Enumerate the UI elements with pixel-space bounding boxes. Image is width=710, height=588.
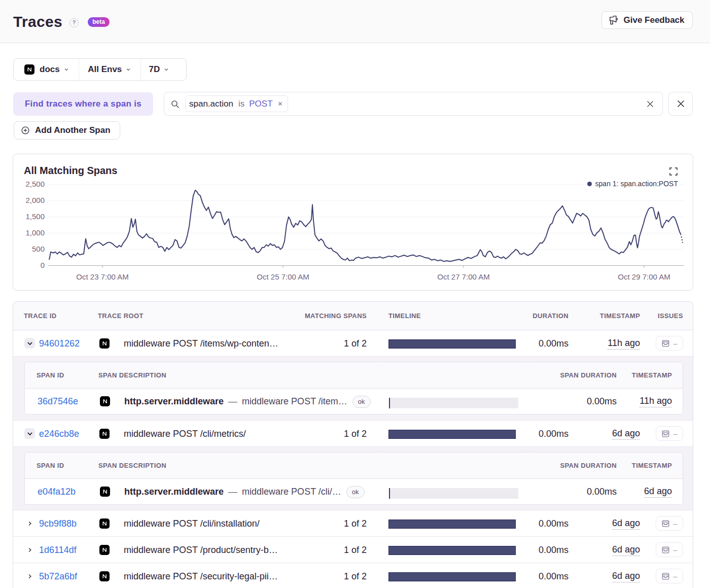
svg-text:Oct 23 7:00 AM: Oct 23 7:00 AM	[76, 272, 128, 281]
svg-text:2,000: 2,000	[25, 196, 45, 204]
svg-text:2,500: 2,500	[25, 180, 45, 188]
svg-text:1,000: 1,000	[25, 228, 45, 237]
svg-text:0: 0	[41, 261, 45, 269]
svg-text:Oct 29 7:00 AM: Oct 29 7:00 AM	[618, 272, 670, 281]
svg-text:500: 500	[32, 245, 45, 253]
svg-text:Oct 27 7:00 AM: Oct 27 7:00 AM	[437, 272, 489, 281]
svg-text:Oct 25 7:00 AM: Oct 25 7:00 AM	[257, 272, 309, 281]
svg-text:1,500: 1,500	[25, 212, 45, 221]
